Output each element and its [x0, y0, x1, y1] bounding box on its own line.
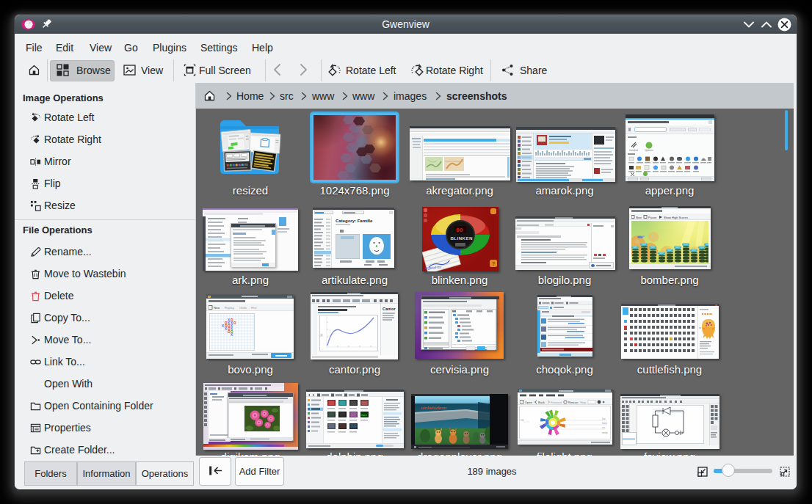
- svg-text:Replay: Replay: [225, 306, 235, 310]
- svg-text:X: X: [225, 327, 227, 331]
- svg-text:Installed: Installed: [629, 149, 638, 152]
- svg-text:Undo: Undo: [239, 306, 247, 310]
- svg-text:Updates: Updates: [645, 149, 653, 152]
- svg-text:Pause: Pause: [648, 216, 657, 219]
- svg-text:New: New: [636, 216, 642, 219]
- svg-text:00: 00: [456, 227, 463, 233]
- svg-text:Rescan: Rescan: [568, 401, 579, 404]
- svg-text:O: O: [233, 321, 236, 325]
- svg-text:f(x): f(x): [320, 334, 323, 337]
- svg-text:Hint: Hint: [251, 306, 257, 310]
- svg-text:Back: Back: [538, 401, 545, 404]
- svg-text:Open: Open: [525, 401, 532, 404]
- svg-text:New: New: [214, 306, 220, 310]
- svg-text:media: media: [602, 431, 608, 434]
- svg-text:Show High Scores: Show High Scores: [664, 216, 688, 219]
- svg-text:X: X: [222, 324, 224, 328]
- svg-text:Doc: Doc: [602, 417, 606, 420]
- svg-text:HACK: HACK: [361, 414, 368, 417]
- svg-text:home: home: [602, 422, 607, 425]
- svg-text:X: X: [231, 333, 233, 337]
- svg-text:?: ?: [492, 261, 495, 266]
- svg-text:BLINKEN: BLINKEN: [451, 235, 473, 241]
- svg-text:usr: usr: [602, 426, 605, 429]
- svg-text:LIG: LIG: [521, 419, 524, 422]
- svg-text:Forward: Forward: [551, 401, 562, 404]
- svg-text:Stop: Stop: [580, 401, 587, 404]
